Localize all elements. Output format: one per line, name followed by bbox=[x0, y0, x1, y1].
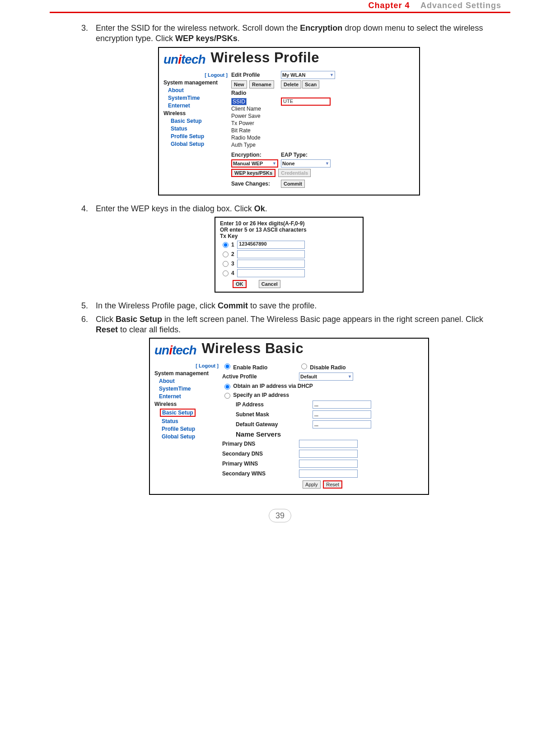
unitech-logo: unitech bbox=[159, 49, 208, 67]
sidebar-item-about[interactable]: About bbox=[159, 378, 222, 384]
wepkeys-button[interactable]: WEP keys/PSKs bbox=[231, 169, 275, 177]
txkey-label: Tx Key bbox=[220, 233, 358, 239]
sidebar-item-status[interactable]: Status bbox=[171, 126, 231, 132]
specify-ip-label: Specify an IP address bbox=[233, 392, 289, 398]
sidebar: [ Logout ] System management About Syste… bbox=[163, 70, 231, 189]
page-number: 39 bbox=[269, 509, 291, 522]
encryption-select[interactable]: Manual WEP▼ bbox=[231, 159, 278, 168]
ok-button[interactable]: OK bbox=[233, 280, 247, 288]
gateway-input[interactable]: ... bbox=[313, 420, 371, 428]
txkey-radio-1[interactable] bbox=[223, 242, 229, 248]
sidebar-item-about[interactable]: About bbox=[168, 87, 231, 93]
apply-button[interactable]: Apply bbox=[303, 480, 321, 489]
step-6: 6. Click Basic Setup in the left screen … bbox=[81, 314, 497, 335]
eaptype-select[interactable]: None▼ bbox=[281, 159, 331, 168]
sidebar-item-global-setup[interactable]: Global Setup bbox=[171, 141, 231, 147]
sidebar-item-enternet[interactable]: Enternet bbox=[168, 102, 231, 109]
sidebar-item-wireless[interactable]: Wireless bbox=[163, 110, 231, 116]
sidebar-item-systemtime[interactable]: SystemTime bbox=[159, 386, 222, 392]
chevron-down-icon: ▼ bbox=[348, 374, 352, 379]
reset-button[interactable]: Reset bbox=[323, 480, 342, 489]
secondary-wins-input[interactable] bbox=[299, 470, 358, 478]
sidebar: [ Logout ] System management About Syste… bbox=[154, 360, 222, 489]
step-text: Enter the SSID for the wireless network.… bbox=[96, 23, 497, 44]
profile-select[interactable]: My WLAN▼ bbox=[281, 71, 335, 79]
step-number: 4. bbox=[81, 204, 96, 214]
sidebar-item-status[interactable]: Status bbox=[162, 418, 222, 424]
logout-link[interactable]: [ Logout ] bbox=[154, 363, 222, 368]
sidebar-item-wireless[interactable]: Wireless bbox=[154, 401, 222, 407]
hint-line2: OR enter 5 or 13 ASCII characters bbox=[220, 227, 358, 233]
subnet-label: Subnet Mask bbox=[222, 411, 313, 418]
step-5: 5. In the Wireless Profile page, click C… bbox=[81, 301, 497, 311]
key3-input[interactable] bbox=[237, 260, 305, 268]
authtype-label[interactable]: Auth Type bbox=[231, 142, 281, 148]
primary-wins-label: Primary WINS bbox=[222, 461, 299, 467]
gateway-label: Default Gateway bbox=[222, 421, 313, 428]
cancel-button[interactable]: Cancel bbox=[259, 280, 280, 288]
txkey-radio-3[interactable] bbox=[223, 261, 229, 267]
chevron-down-icon: ▼ bbox=[325, 161, 329, 166]
powersave-label[interactable]: Power Save bbox=[231, 113, 281, 119]
new-button[interactable]: New bbox=[231, 80, 247, 88]
secondary-dns-label: Secondary DNS bbox=[222, 451, 299, 457]
specify-ip-radio[interactable] bbox=[224, 393, 230, 399]
screenshot-wireless-profile: unitech Wireless Profile [ Logout ] Syst… bbox=[158, 47, 420, 196]
page-title: Wireless Profile bbox=[208, 48, 319, 68]
unitech-logo: unitech bbox=[150, 340, 199, 358]
ssid-label[interactable]: SSID bbox=[231, 98, 247, 105]
step-text: Enter the WEP keys in the dialog box. Cl… bbox=[96, 204, 497, 214]
disable-radio-label: Disable Radio bbox=[310, 364, 345, 371]
encryption-label: Encryption: bbox=[231, 152, 281, 158]
sidebar-item-basic-setup[interactable]: Basic Setup bbox=[160, 409, 196, 417]
page-title: Wireless Basic bbox=[199, 339, 304, 359]
enable-radio[interactable] bbox=[224, 363, 230, 369]
step-text: In the Wireless Profile page, click Comm… bbox=[96, 301, 497, 311]
txpower-label[interactable]: Tx Power bbox=[231, 120, 281, 126]
clientname-label[interactable]: Client Name bbox=[231, 106, 281, 112]
key4-label: 4 bbox=[231, 270, 234, 276]
nameservers-heading: Name Servers bbox=[236, 430, 424, 438]
chapter-title: Advanced Settings bbox=[420, 1, 501, 10]
sidebar-item-profile-setup[interactable]: Profile Setup bbox=[162, 426, 222, 432]
sidebar-category: System management bbox=[154, 370, 222, 377]
sidebar-item-global-setup[interactable]: Global Setup bbox=[162, 433, 222, 440]
hint-line1: Enter 10 or 26 Hex digits(A-F,0-9) bbox=[220, 220, 358, 227]
chevron-down-icon: ▼ bbox=[272, 161, 276, 166]
logout-link[interactable]: [ Logout ] bbox=[163, 72, 231, 78]
key1-input[interactable]: 1234567890 bbox=[237, 241, 305, 249]
primary-wins-input[interactable] bbox=[299, 460, 358, 468]
active-profile-label: Active Profile bbox=[222, 373, 299, 380]
eaptype-label: EAP Type: bbox=[281, 152, 308, 158]
ssid-input[interactable]: UTE bbox=[281, 98, 331, 106]
txkey-radio-4[interactable] bbox=[223, 270, 229, 276]
subnet-input[interactable]: ... bbox=[313, 410, 371, 419]
edit-profile-label: Edit Profile bbox=[231, 72, 281, 78]
disable-radio[interactable] bbox=[301, 363, 307, 369]
screenshot-wep-dialog: Enter 10 or 26 Hex digits(A-F,0-9) OR en… bbox=[215, 217, 364, 293]
step-number: 3. bbox=[81, 23, 96, 44]
commit-button[interactable]: Commit bbox=[281, 180, 305, 188]
rename-button[interactable]: Rename bbox=[249, 80, 274, 88]
txkey-radio-2[interactable] bbox=[223, 251, 229, 257]
radiomode-label[interactable]: Radio Mode bbox=[231, 135, 281, 141]
obtain-dhcp-radio[interactable] bbox=[224, 384, 230, 390]
sidebar-item-enternet[interactable]: Enternet bbox=[159, 393, 222, 400]
primary-dns-input[interactable] bbox=[299, 440, 358, 448]
sidebar-item-profile-setup[interactable]: Profile Setup bbox=[171, 133, 231, 140]
key2-input[interactable] bbox=[237, 250, 305, 258]
bitrate-label[interactable]: Bit Rate bbox=[231, 127, 281, 134]
key3-label: 3 bbox=[231, 261, 234, 267]
scan-button[interactable]: Scan bbox=[302, 80, 319, 88]
ip-input[interactable]: ... bbox=[313, 400, 371, 409]
key4-input[interactable] bbox=[237, 269, 305, 277]
key2-label: 2 bbox=[231, 251, 234, 257]
sidebar-item-systemtime[interactable]: SystemTime bbox=[168, 95, 231, 101]
chapter-header: Chapter 4 Advanced Settings bbox=[27, 0, 533, 12]
obtain-dhcp-label: Obtain an IP address via DHCP bbox=[233, 383, 313, 389]
step-4: 4. Enter the WEP keys in the dialog box.… bbox=[81, 204, 497, 214]
sidebar-item-basic-setup[interactable]: Basic Setup bbox=[171, 118, 231, 124]
active-profile-select[interactable]: Default▼ bbox=[299, 372, 353, 381]
delete-button[interactable]: Delete bbox=[281, 80, 301, 88]
secondary-dns-input[interactable] bbox=[299, 450, 358, 458]
